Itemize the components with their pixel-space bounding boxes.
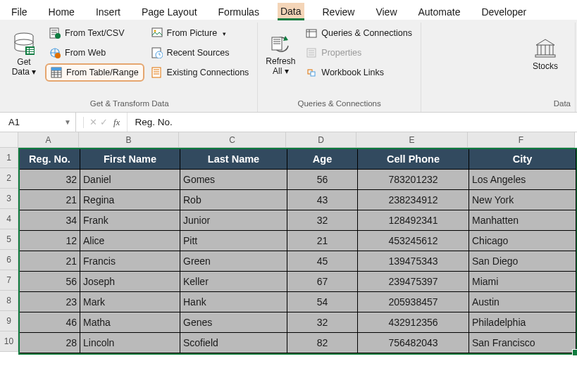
col-header-D[interactable]: D (286, 132, 356, 148)
tab-home[interactable]: Home (46, 4, 77, 19)
cell[interactable]: Frank (80, 210, 180, 231)
col-header-F[interactable]: F (468, 132, 575, 148)
cell[interactable]: Pitt (180, 231, 287, 251)
cell[interactable]: 139475343 (358, 251, 469, 272)
tab-page-layout[interactable]: Page Layout (139, 4, 200, 19)
cell[interactable]: 34 (20, 210, 80, 231)
recent-sources-button[interactable]: Recent Sources (147, 44, 254, 62)
cell[interactable]: 21 (287, 231, 358, 251)
row-header-8[interactable]: 8 (0, 291, 18, 311)
properties-button[interactable]: Properties (302, 44, 416, 62)
cell[interactable]: 239475397 (358, 272, 469, 292)
cell[interactable]: 238234912 (358, 190, 469, 210)
fx-icon[interactable]: fx (111, 117, 123, 128)
cell[interactable]: Matha (80, 312, 180, 333)
col-header-E[interactable]: E (356, 132, 468, 148)
cell[interactable]: Austin (469, 292, 576, 312)
row-header-9[interactable]: 9 (0, 311, 18, 331)
cell[interactable]: 28 (20, 333, 80, 353)
cell[interactable]: Regina (80, 190, 180, 210)
cell[interactable]: Joseph (80, 272, 180, 292)
cell[interactable]: Alice (80, 231, 180, 251)
row-header-3[interactable]: 3 (0, 189, 18, 209)
from-picture-button[interactable]: From Picture (147, 24, 254, 42)
cell[interactable]: 432912356 (358, 312, 469, 333)
cell[interactable]: 21 (20, 190, 80, 210)
from-web-button[interactable]: From Web (45, 44, 144, 62)
cell[interactable]: 32 (20, 170, 80, 190)
cell[interactable]: Genes (180, 312, 287, 333)
cell[interactable]: First Name (80, 149, 180, 170)
cell[interactable]: Last Name (180, 149, 287, 170)
refresh-all-button[interactable]: RefreshAll (262, 24, 299, 86)
cell[interactable]: Chicago (469, 231, 576, 251)
cell[interactable]: Rob (180, 190, 287, 210)
row-header-4[interactable]: 4 (0, 209, 18, 229)
cell[interactable]: Hank (180, 292, 287, 312)
cancel-formula-icon[interactable]: ✕ (89, 117, 97, 127)
from-text-csv-button[interactable]: From Text/CSV (45, 24, 144, 42)
cell[interactable]: 205938457 (358, 292, 469, 312)
cell[interactable]: 32 (287, 312, 358, 333)
cell[interactable]: City (469, 149, 576, 170)
from-table-range-button[interactable]: From Table/Range (45, 63, 144, 82)
cell[interactable]: Miami (469, 272, 576, 292)
cell[interactable]: Junior (180, 210, 287, 231)
cell[interactable]: Manhatten (469, 210, 576, 231)
cell[interactable]: Gomes (180, 170, 287, 190)
confirm-formula-icon[interactable]: ✓ (100, 117, 108, 127)
cell[interactable]: 82 (287, 333, 358, 353)
cell[interactable]: Cell Phone (358, 149, 469, 170)
tab-automate[interactable]: Automate (416, 4, 464, 19)
cell[interactable]: San Francisco (469, 333, 576, 353)
cell[interactable]: Age (287, 149, 358, 170)
tab-data[interactable]: Data (278, 3, 304, 20)
cell[interactable]: 23 (20, 292, 80, 312)
cell[interactable]: 45 (287, 251, 358, 272)
row-header-5[interactable]: 5 (0, 229, 18, 250)
tab-formulas[interactable]: Formulas (216, 4, 262, 19)
workbook-links-button[interactable]: Workbook Links (302, 63, 416, 82)
existing-connections-button[interactable]: Existing Connections (147, 63, 254, 82)
cell[interactable]: Daniel (80, 170, 180, 190)
cell[interactable]: Green (180, 251, 287, 272)
tab-developer[interactable]: Developer (478, 4, 529, 19)
col-header-B[interactable]: B (79, 132, 179, 148)
row-header-1[interactable]: 1 (0, 148, 18, 168)
cell[interactable]: Keller (180, 272, 287, 292)
cell[interactable]: 67 (287, 272, 358, 292)
row-header-7[interactable]: 7 (0, 270, 18, 291)
cell[interactable]: 56 (287, 170, 358, 190)
cell[interactable]: Scofield (180, 333, 287, 353)
tab-file[interactable]: File (8, 4, 30, 19)
cell[interactable]: 756482043 (358, 333, 469, 353)
cell[interactable]: 56 (20, 272, 80, 292)
cell[interactable]: San Diego (469, 251, 576, 272)
cell[interactable]: Mark (80, 292, 180, 312)
cell[interactable]: 46 (20, 312, 80, 333)
tab-view[interactable]: View (373, 4, 399, 19)
col-header-C[interactable]: C (179, 132, 286, 148)
cell[interactable]: 12 (20, 231, 80, 251)
tab-insert[interactable]: Insert (93, 4, 123, 19)
cell[interactable]: 54 (287, 292, 358, 312)
formula-input[interactable]: Reg. No. (128, 117, 577, 127)
queries-connections-button[interactable]: Queries & Connections (302, 24, 416, 42)
cell[interactable]: 43 (287, 190, 358, 210)
row-header-10[interactable]: 10 (0, 331, 18, 352)
cell[interactable]: Reg. No. (20, 149, 80, 170)
cell[interactable]: Lincoln (80, 333, 180, 353)
cell[interactable]: Francis (80, 251, 180, 272)
name-box[interactable]: A1 ▼ (0, 113, 76, 132)
cell[interactable]: 453245612 (358, 231, 469, 251)
row-header-2[interactable]: 2 (0, 168, 18, 189)
col-header-A[interactable]: A (18, 132, 79, 148)
tab-review[interactable]: Review (320, 4, 358, 19)
cell[interactable]: 21 (20, 251, 80, 272)
cell[interactable]: New York (469, 190, 576, 210)
get-data-button[interactable]: GetData (6, 24, 42, 86)
cell[interactable]: Los Angeles (469, 170, 576, 190)
select-all-corner[interactable] (0, 132, 18, 148)
row-header-6[interactable]: 6 (0, 250, 18, 270)
cell[interactable]: 128492341 (358, 210, 469, 231)
